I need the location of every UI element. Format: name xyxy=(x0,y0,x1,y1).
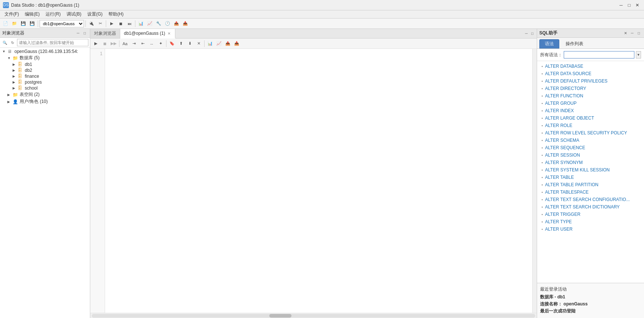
list-item-alter-row-level[interactable]: • ALTER ROW LEVEL SECURITY POLICY xyxy=(537,129,644,137)
left-panel-maximize[interactable]: □ xyxy=(82,30,88,36)
menu-help[interactable]: 帮助(H) xyxy=(105,10,127,18)
sql-tab-syntax[interactable]: 语法 xyxy=(539,39,559,48)
tree-db2[interactable]: ▶ 🗄 db2 xyxy=(0,67,90,73)
tree-server[interactable]: ▼ 🖥 openGauss (120.46.139.135:54: xyxy=(0,48,90,54)
db1-label: db1 xyxy=(25,62,32,67)
close-button[interactable]: ✕ xyxy=(634,1,641,9)
outdent-button[interactable]: ⇤ xyxy=(139,40,147,48)
tree-refresh-icon[interactable]: ↻ xyxy=(9,39,16,46)
tb-profile[interactable]: 📈 xyxy=(146,20,154,28)
tb-history[interactable]: 🕐 xyxy=(163,20,172,28)
menu-file[interactable]: 文件(F) xyxy=(1,10,22,18)
tab-minimize-btn[interactable]: ─ xyxy=(523,31,529,37)
tree-tablespace[interactable]: ▶ 📁 表空间 (2) xyxy=(0,91,90,98)
explain-analyze-button[interactable]: 📈 xyxy=(215,40,223,48)
tb-sep-4 xyxy=(135,20,135,27)
maximize-button[interactable]: □ xyxy=(626,1,633,9)
syntax-filter-input[interactable] xyxy=(564,51,634,58)
run-button[interactable]: ▶ xyxy=(92,40,100,48)
tb-step[interactable]: ⏭ xyxy=(125,20,134,28)
filter-dropdown-icon[interactable]: ▼ xyxy=(636,51,641,58)
tab-maximize-btn[interactable]: □ xyxy=(529,31,535,37)
list-item-alter-function[interactable]: • ALTER FUNCTION xyxy=(537,92,644,100)
tab-query-close[interactable]: ✕ xyxy=(167,31,171,36)
list-item-alter-database[interactable]: • ALTER DATABASE xyxy=(537,63,644,70)
sql-helper-maximize[interactable]: □ xyxy=(636,30,642,36)
menu-debug[interactable]: 调试(B) xyxy=(64,10,84,18)
uncomment-button[interactable]: ✦ xyxy=(156,40,165,48)
bookmark-button[interactable]: 🔖 xyxy=(168,40,176,48)
prev-bookmark-button[interactable]: ⬆ xyxy=(177,40,185,48)
recent-login-db-value: db1 xyxy=(557,294,565,299)
sql-helper-close[interactable]: ✕ xyxy=(623,30,628,36)
sql-editor[interactable] xyxy=(105,49,532,313)
list-item-alter-text-search-dict[interactable]: • ALTER TEXT SEARCH DICTIONARY xyxy=(537,203,644,211)
list-item-alter-schema[interactable]: • ALTER SCHEMA xyxy=(537,137,644,144)
list-item-alter-data-source[interactable]: • ALTER DATA SOURCE xyxy=(537,70,644,77)
list-item-alter-text-search-config[interactable]: • ALTER TEXT SEARCH CONFIGURATIO... xyxy=(537,196,644,203)
list-item-alter-type[interactable]: • ALTER TYPE xyxy=(537,218,644,225)
menu-settings[interactable]: 设置(G) xyxy=(84,10,105,18)
tab-query[interactable]: db1@openGauss (1) ✕ xyxy=(120,29,175,39)
connection-selector[interactable]: db1@openGauss xyxy=(40,20,84,27)
left-panel-minimize[interactable]: ─ xyxy=(75,30,81,36)
tb-connect[interactable]: 🔌 xyxy=(87,20,95,28)
tree-search-icon[interactable]: 🔍 xyxy=(1,39,8,46)
sql-item-label-9: ALTER ROW LEVEL SECURITY POLICY xyxy=(545,130,627,135)
menu-run[interactable]: 运行(R) xyxy=(43,10,64,18)
tree-db1[interactable]: ▶ 🗄 db1 xyxy=(0,61,90,67)
tb-disconnect[interactable]: ✂ xyxy=(96,20,104,28)
line-numbers: 1 xyxy=(90,49,105,313)
tb-stop[interactable]: ⏹ xyxy=(117,20,125,28)
minimize-button[interactable]: ─ xyxy=(617,1,625,9)
list-item-alter-table-partition[interactable]: • ALTER TABLE PARTITION xyxy=(537,181,644,188)
tree-userrole[interactable]: ▶ 👤 用户/角色 (10) xyxy=(0,98,90,105)
tree-postgres[interactable]: ▶ 🗄 postgres xyxy=(0,79,90,85)
explain-button[interactable]: 📊 xyxy=(206,40,214,48)
comment-button[interactable]: -- xyxy=(148,40,156,48)
list-item-alter-role[interactable]: • ALTER ROLE xyxy=(537,122,644,129)
tree-school[interactable]: ▶ 🗄 school xyxy=(0,85,90,91)
menu-edit[interactable]: 编辑(E) xyxy=(22,10,43,18)
stop-button[interactable]: ⏹ xyxy=(101,40,109,48)
list-item-alter-default-privileges[interactable]: • ALTER DEFAULT PRIVILEGES xyxy=(537,77,644,85)
run-all-button[interactable]: ▶▶ xyxy=(109,40,118,48)
db1-icon: 🗄 xyxy=(18,62,24,67)
tb-new[interactable]: 📄 xyxy=(1,20,10,28)
tree-databases[interactable]: ▼ 📁 数据库 (5) xyxy=(0,54,90,61)
list-item-alter-tablespace[interactable]: • ALTER TABLESPACE xyxy=(537,188,644,196)
object-filter-input[interactable] xyxy=(17,39,88,46)
tb-explain[interactable]: 📊 xyxy=(137,20,145,28)
format-button[interactable]: Aa xyxy=(121,40,129,48)
tb-import[interactable]: 📥 xyxy=(181,20,189,28)
horizontal-scrollbar[interactable] xyxy=(92,314,535,318)
tb-save[interactable]: 💾 xyxy=(19,20,27,28)
list-item-alter-directory[interactable]: • ALTER DIRECTORY xyxy=(537,85,644,92)
list-item-alter-table[interactable]: • ALTER TABLE xyxy=(537,174,644,181)
list-item-alter-index[interactable]: • ALTER INDEX xyxy=(537,107,644,114)
list-item-alter-user[interactable]: • ALTER USER xyxy=(537,225,644,233)
sql-helper-minimize[interactable]: ─ xyxy=(629,30,635,36)
tb-save-all[interactable]: 💾 xyxy=(28,20,36,28)
clear-bookmark-button[interactable]: ✕ xyxy=(195,40,203,48)
list-item-alter-synonym[interactable]: • ALTER SYNONYM xyxy=(537,159,644,166)
vertical-scrollbar[interactable] xyxy=(532,49,537,313)
tree-finance[interactable]: ▶ 🗄 finance xyxy=(0,73,90,79)
indent-button[interactable]: ⇥ xyxy=(130,40,138,48)
export-button[interactable]: 📤 xyxy=(224,40,232,48)
tab-object-browser[interactable]: 对象浏览器 xyxy=(90,29,120,38)
list-item-alter-sequence[interactable]: • ALTER SEQUENCE xyxy=(537,144,644,151)
list-item-alter-system-kill[interactable]: • ALTER SYSTEM KILL SESSION xyxy=(537,166,644,174)
tb-open[interactable]: 📁 xyxy=(10,20,18,28)
list-item-alter-large-object[interactable]: • ALTER LARGE OBJECT xyxy=(537,114,644,122)
list-item-alter-session[interactable]: • ALTER SESSION xyxy=(537,151,644,159)
list-item-alter-group[interactable]: • ALTER GROUP xyxy=(537,100,644,107)
sql-tab-operations[interactable]: 操作列表 xyxy=(560,39,589,48)
list-item-alter-trigger[interactable]: • ALTER TRIGGER xyxy=(537,211,644,218)
sql-helper-controls: ✕ ─ □ xyxy=(623,30,642,36)
tb-run[interactable]: ▶ xyxy=(108,20,116,28)
tb-export[interactable]: 📤 xyxy=(172,20,181,28)
import-button[interactable]: 📥 xyxy=(233,40,241,48)
next-bookmark-button[interactable]: ⬇ xyxy=(186,40,194,48)
tb-format[interactable]: 🔧 xyxy=(155,20,163,28)
